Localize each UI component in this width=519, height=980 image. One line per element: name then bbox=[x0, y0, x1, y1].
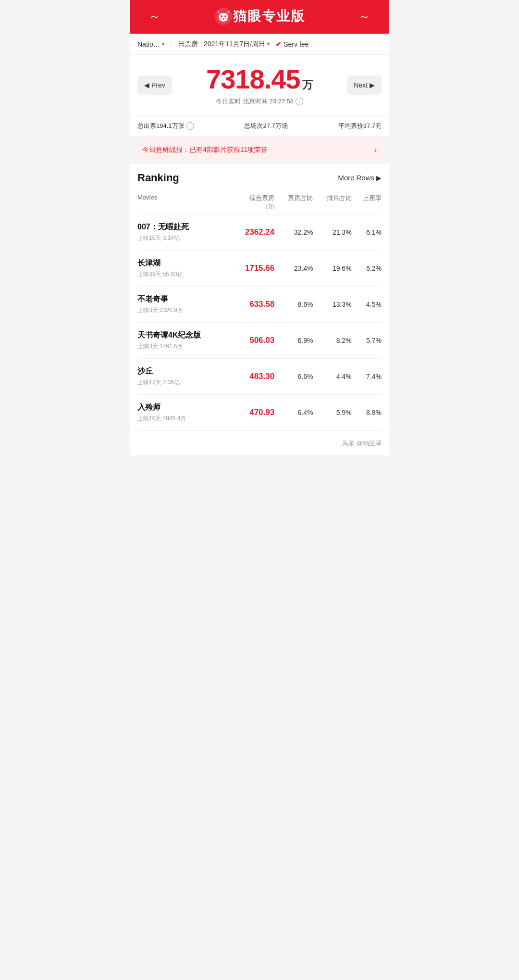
avg-price-label: 平均票价37.7元 bbox=[338, 122, 382, 130]
main-stats-area: ◀ Prev 7318.45 万 今日实时 北京时间 23:27:58 i Ne… bbox=[130, 55, 389, 115]
tickets-stat: 总出票194.1万张 i bbox=[137, 122, 194, 130]
next-button[interactable]: Next ▶ bbox=[347, 75, 382, 95]
attendance-3: 5.7% bbox=[352, 337, 382, 344]
table-rows-container: 007：无暇赴死 上映10天 3.14亿 2362.24 32.2% 21.3%… bbox=[137, 214, 382, 431]
attendance-4: 7.4% bbox=[352, 373, 382, 380]
sessions-stat: 总场次27.7万场 bbox=[244, 122, 287, 130]
col-share: 票房占比 bbox=[274, 194, 313, 210]
next-label: Next ▶ bbox=[354, 81, 375, 89]
ranking-section: Ranking More Rows ▶ Movies 综合票房 (万) 票房占比… bbox=[130, 164, 389, 431]
alert-arrow-icon: › bbox=[374, 146, 377, 154]
serv-fee-toggle[interactable]: ✔ Serv fee bbox=[275, 39, 309, 49]
table-row[interactable]: 入殓师 上映10天 4885.4万 470.93 6.4% 5.9% 8.8% bbox=[137, 395, 382, 431]
sessions-label: 总场次27.7万场 bbox=[244, 122, 287, 130]
share-4: 6.6% bbox=[274, 373, 313, 380]
movie-meta-5: 上映10天 4885.4万 bbox=[137, 415, 223, 423]
main-number-area: 7318.45 万 今日实时 北京时间 23:27:58 i bbox=[172, 64, 347, 106]
serv-fee-label: Serv fee bbox=[284, 40, 309, 48]
svg-point-8 bbox=[223, 18, 224, 19]
share-0: 32.2% bbox=[274, 228, 313, 236]
app-header: ～ 猫眼专业版 ～ bbox=[130, 0, 389, 34]
footer-text: 头条 @纳兰泽 bbox=[342, 440, 382, 447]
smile-right-icon: ～ bbox=[358, 9, 370, 24]
movie-info-2: 不老奇事 上映3天 2320.9万 bbox=[137, 294, 223, 314]
movie-name-2: 不老奇事 bbox=[137, 294, 223, 304]
summary-stats: 总出票194.1万张 i 总场次27.7万场 平均票价37.7元 bbox=[130, 115, 389, 136]
attendance-5: 8.8% bbox=[352, 409, 382, 416]
box-office-4: 483.30 bbox=[223, 372, 274, 381]
movie-meta-2: 上映3天 2320.9万 bbox=[137, 306, 223, 314]
box-office-5: 470.93 bbox=[223, 408, 274, 417]
box-office-1: 1715.66 bbox=[223, 264, 274, 273]
schedule-5: 5.9% bbox=[313, 409, 351, 416]
movie-name-1: 长津湖 bbox=[137, 258, 223, 268]
table-header-row: Movies 综合票房 (万) 票房占比 排片占比 上座率 bbox=[137, 190, 382, 214]
time-info-icon[interactable]: i bbox=[296, 98, 303, 105]
realtime-label: 今日实时 bbox=[216, 98, 241, 105]
box-office-0: 2362.24 bbox=[223, 227, 274, 237]
col-attendance: 上座率 bbox=[352, 194, 382, 210]
alert-banner[interactable]: 今日抢鲜战报：已有4部影片获得11项荣誉 › bbox=[136, 140, 383, 160]
app-logo bbox=[214, 7, 233, 26]
schedule-4: 4.4% bbox=[313, 373, 351, 380]
table-row[interactable]: 007：无暇赴死 上映10天 3.14亿 2362.24 32.2% 21.3%… bbox=[137, 214, 382, 251]
app-title: 猫眼专业版 bbox=[233, 7, 305, 25]
svg-point-6 bbox=[221, 15, 222, 17]
share-5: 6.4% bbox=[274, 409, 313, 416]
filter-bar: Natio… ▾ | 日票房 2021年11月7日/周日 ▾ ✔ Serv fe… bbox=[130, 34, 389, 55]
svg-point-1 bbox=[219, 13, 228, 22]
date-filter[interactable]: 2021年11月7日/周日 ▾ bbox=[204, 40, 270, 49]
movie-name-3: 天书奇谭4K纪念版 bbox=[137, 330, 223, 340]
time-value: 23:27:58 bbox=[270, 98, 294, 105]
date-value: 2021年11月7日/周日 bbox=[204, 40, 265, 49]
movie-name-0: 007：无暇赴死 bbox=[137, 222, 223, 232]
more-rows-label: More Rows bbox=[338, 174, 374, 182]
schedule-0: 21.3% bbox=[313, 228, 351, 236]
table-row[interactable]: 沙丘 上映17天 2.35亿 483.30 6.6% 4.4% 7.4% bbox=[137, 359, 382, 395]
movie-info-5: 入殓师 上映10天 4885.4万 bbox=[137, 402, 223, 423]
nation-arrow: ▾ bbox=[162, 41, 164, 47]
ranking-title: Ranking bbox=[137, 172, 179, 184]
movie-meta-3: 上映3天 1461.5万 bbox=[137, 342, 223, 351]
schedule-2: 13.3% bbox=[313, 301, 351, 308]
serv-check-icon: ✔ bbox=[275, 39, 282, 49]
movie-info-4: 沙丘 上映17天 2.35亿 bbox=[137, 366, 223, 387]
more-rows-button[interactable]: More Rows ▶ bbox=[338, 174, 382, 182]
table-row[interactable]: 不老奇事 上映3天 2320.9万 633.58 8.6% 13.3% 4.5% bbox=[137, 287, 382, 323]
share-3: 6.9% bbox=[274, 337, 313, 344]
prev-button[interactable]: ◀ Prev bbox=[137, 75, 172, 95]
schedule-3: 8.2% bbox=[313, 337, 351, 344]
box-office-2: 633.58 bbox=[223, 300, 274, 309]
ranking-table: Movies 综合票房 (万) 票房占比 排片占比 上座率 007：无暇赴死 上… bbox=[137, 190, 382, 431]
main-box-office-number: 7318.45 bbox=[206, 64, 300, 94]
movie-meta-1: 上映39天 55.93亿 bbox=[137, 270, 223, 278]
time-prefix: 北京时间 bbox=[243, 98, 268, 105]
tickets-label: 总出票194.1万张 bbox=[137, 122, 185, 130]
schedule-1: 19.6% bbox=[313, 264, 351, 272]
table-row[interactable]: 天书奇谭4K纪念版 上映3天 1461.5万 506.03 6.9% 8.2% … bbox=[137, 323, 382, 359]
svg-point-7 bbox=[224, 15, 226, 17]
main-subtitle: 今日实时 北京时间 23:27:58 i bbox=[172, 97, 347, 106]
table-row[interactable]: 长津湖 上映39天 55.93亿 1715.66 23.4% 19.6% 6.2… bbox=[137, 251, 382, 287]
col-box-office: 综合票房 (万) bbox=[223, 194, 274, 210]
movie-meta-0: 上映10天 3.14亿 bbox=[137, 234, 223, 242]
date-arrow: ▾ bbox=[267, 41, 270, 47]
more-rows-arrow-icon: ▶ bbox=[376, 174, 382, 182]
filter-divider: | bbox=[170, 40, 172, 49]
avg-price-stat: 平均票价37.7元 bbox=[338, 122, 382, 130]
attendance-0: 6.1% bbox=[352, 228, 382, 236]
movie-info-1: 长津湖 上映39天 55.93亿 bbox=[137, 258, 223, 278]
attendance-2: 4.5% bbox=[352, 301, 382, 308]
movie-info-3: 天书奇谭4K纪念版 上映3天 1461.5万 bbox=[137, 330, 223, 351]
col-movies: Movies bbox=[137, 194, 223, 210]
attendance-1: 6.2% bbox=[352, 264, 382, 272]
col-schedule: 排片占比 bbox=[313, 194, 351, 210]
share-2: 8.6% bbox=[274, 301, 313, 308]
smile-left-icon: ～ bbox=[149, 9, 161, 24]
date-type-label: 日票房 bbox=[178, 40, 198, 49]
movie-meta-4: 上映17天 2.35亿 bbox=[137, 378, 223, 387]
movie-name-5: 入殓师 bbox=[137, 402, 223, 413]
main-number-display: 7318.45 万 bbox=[172, 64, 347, 94]
tickets-info-icon[interactable]: i bbox=[186, 122, 194, 130]
nation-filter[interactable]: Natio… ▾ bbox=[137, 40, 164, 48]
